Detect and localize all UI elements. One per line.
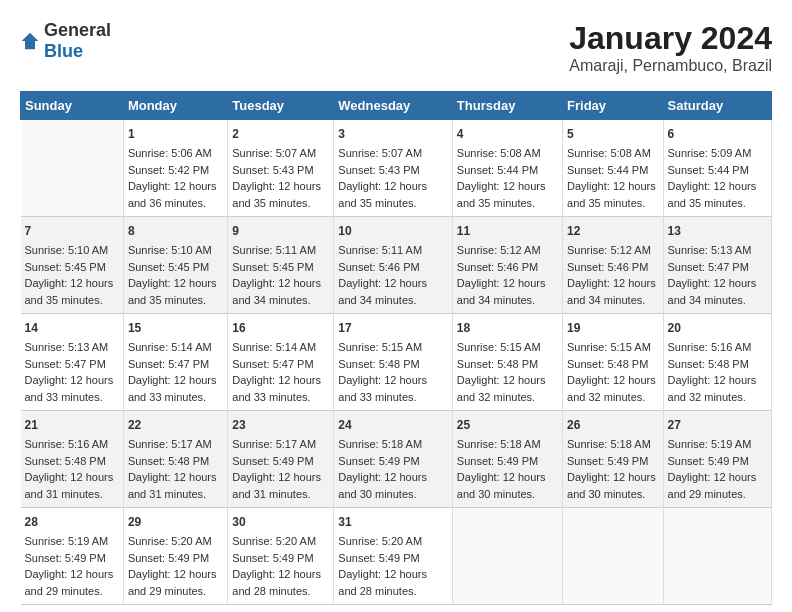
logo: General Blue <box>20 20 111 62</box>
sunrise-text: Sunrise: 5:11 AM <box>338 242 448 259</box>
day-number: 21 <box>25 416 119 434</box>
daylight-text: Daylight: 12 hours and 31 minutes. <box>128 469 223 502</box>
daylight-text: Daylight: 12 hours and 33 minutes. <box>338 372 448 405</box>
sunrise-text: Sunrise: 5:11 AM <box>232 242 329 259</box>
sunrise-text: Sunrise: 5:20 AM <box>232 533 329 550</box>
daylight-text: Daylight: 12 hours and 34 minutes. <box>668 275 767 308</box>
daylight-text: Daylight: 12 hours and 35 minutes. <box>338 178 448 211</box>
calendar-cell: 30Sunrise: 5:20 AMSunset: 5:49 PMDayligh… <box>228 508 334 605</box>
daylight-text: Daylight: 12 hours and 34 minutes. <box>232 275 329 308</box>
header-cell-wednesday: Wednesday <box>334 92 453 120</box>
header: General Blue January 2024 Amaraji, Perna… <box>20 20 772 75</box>
day-number: 14 <box>25 319 119 337</box>
daylight-text: Daylight: 12 hours and 30 minutes. <box>567 469 659 502</box>
week-row-1: 1Sunrise: 5:06 AMSunset: 5:42 PMDaylight… <box>21 120 772 217</box>
sunset-text: Sunset: 5:47 PM <box>128 356 223 373</box>
calendar-table: SundayMondayTuesdayWednesdayThursdayFrid… <box>20 91 772 605</box>
daylight-text: Daylight: 12 hours and 35 minutes. <box>232 178 329 211</box>
calendar-cell: 10Sunrise: 5:11 AMSunset: 5:46 PMDayligh… <box>334 217 453 314</box>
daylight-text: Daylight: 12 hours and 35 minutes. <box>567 178 659 211</box>
week-row-3: 14Sunrise: 5:13 AMSunset: 5:47 PMDayligh… <box>21 314 772 411</box>
sunrise-text: Sunrise: 5:12 AM <box>567 242 659 259</box>
sunset-text: Sunset: 5:48 PM <box>668 356 767 373</box>
week-row-4: 21Sunrise: 5:16 AMSunset: 5:48 PMDayligh… <box>21 411 772 508</box>
daylight-text: Daylight: 12 hours and 35 minutes. <box>25 275 119 308</box>
sunset-text: Sunset: 5:47 PM <box>232 356 329 373</box>
calendar-cell <box>663 508 771 605</box>
logo-text-general: General <box>44 20 111 40</box>
sunrise-text: Sunrise: 5:07 AM <box>338 145 448 162</box>
day-number: 7 <box>25 222 119 240</box>
day-number: 15 <box>128 319 223 337</box>
subtitle: Amaraji, Pernambuco, Brazil <box>569 57 772 75</box>
day-number: 13 <box>668 222 767 240</box>
day-number: 11 <box>457 222 558 240</box>
day-number: 28 <box>25 513 119 531</box>
calendar-cell: 26Sunrise: 5:18 AMSunset: 5:49 PMDayligh… <box>563 411 664 508</box>
day-number: 30 <box>232 513 329 531</box>
sunrise-text: Sunrise: 5:14 AM <box>128 339 223 356</box>
sunset-text: Sunset: 5:46 PM <box>338 259 448 276</box>
sunrise-text: Sunrise: 5:17 AM <box>128 436 223 453</box>
day-number: 26 <box>567 416 659 434</box>
sunset-text: Sunset: 5:49 PM <box>232 453 329 470</box>
day-number: 12 <box>567 222 659 240</box>
sunrise-text: Sunrise: 5:13 AM <box>668 242 767 259</box>
daylight-text: Daylight: 12 hours and 29 minutes. <box>128 566 223 599</box>
calendar-cell: 22Sunrise: 5:17 AMSunset: 5:48 PMDayligh… <box>123 411 227 508</box>
daylight-text: Daylight: 12 hours and 35 minutes. <box>457 178 558 211</box>
sunrise-text: Sunrise: 5:10 AM <box>25 242 119 259</box>
calendar-cell: 25Sunrise: 5:18 AMSunset: 5:49 PMDayligh… <box>452 411 562 508</box>
calendar-cell: 18Sunrise: 5:15 AMSunset: 5:48 PMDayligh… <box>452 314 562 411</box>
header-cell-tuesday: Tuesday <box>228 92 334 120</box>
calendar-cell: 31Sunrise: 5:20 AMSunset: 5:49 PMDayligh… <box>334 508 453 605</box>
sunrise-text: Sunrise: 5:15 AM <box>567 339 659 356</box>
daylight-text: Daylight: 12 hours and 28 minutes. <box>338 566 448 599</box>
sunset-text: Sunset: 5:43 PM <box>232 162 329 179</box>
sunrise-text: Sunrise: 5:08 AM <box>567 145 659 162</box>
logo-text-blue: Blue <box>44 41 83 61</box>
sunset-text: Sunset: 5:43 PM <box>338 162 448 179</box>
sunset-text: Sunset: 5:48 PM <box>128 453 223 470</box>
calendar-cell: 9Sunrise: 5:11 AMSunset: 5:45 PMDaylight… <box>228 217 334 314</box>
daylight-text: Daylight: 12 hours and 30 minutes. <box>457 469 558 502</box>
header-row: SundayMondayTuesdayWednesdayThursdayFrid… <box>21 92 772 120</box>
daylight-text: Daylight: 12 hours and 32 minutes. <box>567 372 659 405</box>
daylight-text: Daylight: 12 hours and 35 minutes. <box>668 178 767 211</box>
daylight-text: Daylight: 12 hours and 33 minutes. <box>25 372 119 405</box>
week-row-5: 28Sunrise: 5:19 AMSunset: 5:49 PMDayligh… <box>21 508 772 605</box>
sunset-text: Sunset: 5:46 PM <box>457 259 558 276</box>
sunset-text: Sunset: 5:48 PM <box>338 356 448 373</box>
sunset-text: Sunset: 5:49 PM <box>25 550 119 567</box>
day-number: 25 <box>457 416 558 434</box>
calendar-cell: 5Sunrise: 5:08 AMSunset: 5:44 PMDaylight… <box>563 120 664 217</box>
day-number: 23 <box>232 416 329 434</box>
calendar-cell <box>563 508 664 605</box>
calendar-cell: 16Sunrise: 5:14 AMSunset: 5:47 PMDayligh… <box>228 314 334 411</box>
sunset-text: Sunset: 5:45 PM <box>232 259 329 276</box>
main-title: January 2024 <box>569 20 772 57</box>
sunset-text: Sunset: 5:45 PM <box>25 259 119 276</box>
sunset-text: Sunset: 5:48 PM <box>567 356 659 373</box>
day-number: 3 <box>338 125 448 143</box>
day-number: 8 <box>128 222 223 240</box>
calendar-cell: 7Sunrise: 5:10 AMSunset: 5:45 PMDaylight… <box>21 217 124 314</box>
calendar-cell: 6Sunrise: 5:09 AMSunset: 5:44 PMDaylight… <box>663 120 771 217</box>
header-cell-saturday: Saturday <box>663 92 771 120</box>
daylight-text: Daylight: 12 hours and 35 minutes. <box>128 275 223 308</box>
sunrise-text: Sunrise: 5:09 AM <box>668 145 767 162</box>
calendar-cell: 2Sunrise: 5:07 AMSunset: 5:43 PMDaylight… <box>228 120 334 217</box>
sunset-text: Sunset: 5:49 PM <box>457 453 558 470</box>
sunrise-text: Sunrise: 5:14 AM <box>232 339 329 356</box>
daylight-text: Daylight: 12 hours and 33 minutes. <box>232 372 329 405</box>
week-row-2: 7Sunrise: 5:10 AMSunset: 5:45 PMDaylight… <box>21 217 772 314</box>
sunset-text: Sunset: 5:45 PM <box>128 259 223 276</box>
sunset-text: Sunset: 5:49 PM <box>338 550 448 567</box>
day-number: 6 <box>668 125 767 143</box>
daylight-text: Daylight: 12 hours and 34 minutes. <box>567 275 659 308</box>
daylight-text: Daylight: 12 hours and 34 minutes. <box>338 275 448 308</box>
daylight-text: Daylight: 12 hours and 31 minutes. <box>25 469 119 502</box>
calendar-cell: 3Sunrise: 5:07 AMSunset: 5:43 PMDaylight… <box>334 120 453 217</box>
daylight-text: Daylight: 12 hours and 36 minutes. <box>128 178 223 211</box>
day-number: 10 <box>338 222 448 240</box>
